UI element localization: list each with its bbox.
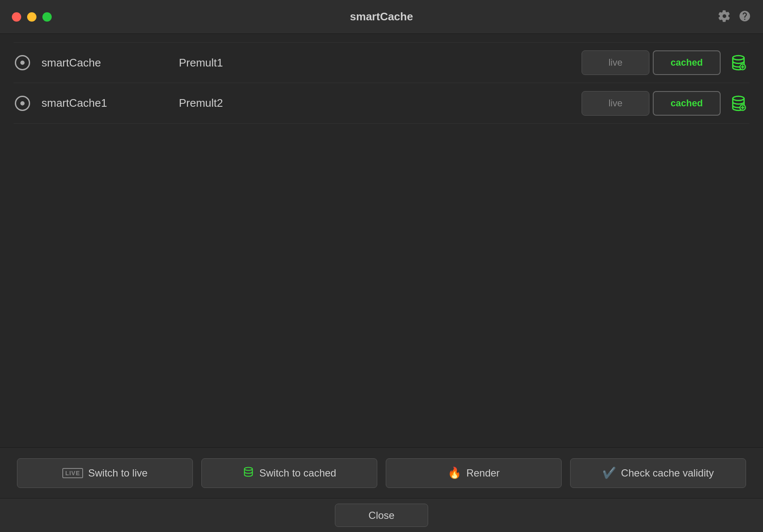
database-icon-0 [730, 54, 747, 71]
svg-point-2 [733, 96, 744, 100]
gear-icon [718, 10, 731, 22]
minimize-window-button[interactable] [27, 12, 36, 22]
cache-item-source-0: Premult1 [179, 56, 571, 69]
cache-item-buttons-1: live cached [582, 91, 749, 116]
cached-mode-button-0[interactable]: cached [653, 50, 721, 75]
svg-point-4 [244, 467, 252, 470]
close-bar: Close [0, 498, 763, 532]
window-controls [12, 12, 52, 22]
live-mode-button-0[interactable]: live [582, 50, 649, 75]
cache-item-icon-0 [14, 54, 31, 72]
cache-item-name-0: smartCache [42, 56, 169, 69]
cache-item-buttons-0: live cached [582, 50, 749, 75]
db-icon-button-1[interactable] [727, 92, 749, 114]
help-button[interactable] [738, 10, 751, 24]
render-label: Render [466, 467, 500, 479]
live-mode-button-1[interactable]: live [582, 91, 649, 116]
switch-cached-label: Switch to cached [259, 467, 336, 479]
target-icon-1 [15, 96, 30, 111]
maximize-window-button[interactable] [42, 12, 52, 22]
app-title: smartCache [350, 10, 413, 23]
switch-cached-icon [242, 466, 254, 480]
database-icon-1 [730, 95, 747, 112]
switch-to-cached-button[interactable]: Switch to cached [201, 458, 377, 488]
render-icon: 🔥 [448, 466, 461, 479]
target-icon-0 [15, 55, 30, 70]
db-icon-button-0[interactable] [727, 52, 749, 74]
cache-item-icon-1 [14, 94, 31, 112]
check-cache-label: Check cache validity [621, 467, 714, 479]
check-cache-validity-button[interactable]: ✔️ Check cache validity [570, 458, 746, 488]
cache-item-name-1: smartCache1 [42, 97, 169, 110]
svg-point-0 [733, 55, 744, 60]
cached-mode-button-1[interactable]: cached [653, 91, 721, 116]
main-content: smartCache Premult1 live cached [0, 34, 763, 447]
switch-to-live-button[interactable]: LIVE Switch to live [17, 458, 193, 488]
render-button[interactable]: 🔥 Render [386, 458, 562, 488]
cache-list: smartCache Premult1 live cached [14, 42, 749, 124]
close-window-button[interactable] [12, 12, 21, 22]
close-button[interactable]: Close [335, 504, 428, 527]
titlebar: smartCache [0, 0, 763, 34]
cache-row: smartCache Premult1 live cached [14, 42, 749, 83]
switch-live-icon: LIVE [62, 468, 83, 478]
cache-item-source-1: Premult2 [179, 97, 571, 110]
titlebar-icons [718, 10, 751, 24]
bottom-bar: LIVE Switch to live Switch to cached 🔥 R… [0, 447, 763, 498]
switch-live-label: Switch to live [88, 467, 148, 479]
gear-button[interactable] [718, 10, 731, 24]
cache-row: smartCache1 Premult2 live cached [14, 83, 749, 124]
check-cache-icon: ✔️ [602, 466, 616, 479]
help-icon [738, 10, 751, 22]
